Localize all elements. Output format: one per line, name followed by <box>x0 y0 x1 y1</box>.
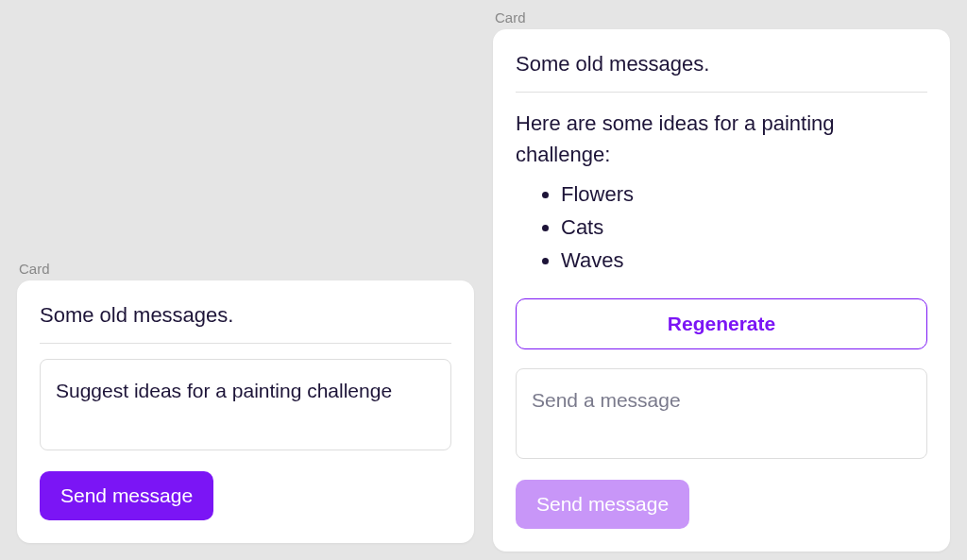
send-message-button-left[interactable]: Send message <box>40 471 213 520</box>
message-input-right[interactable] <box>516 368 927 459</box>
card-wrapper-left: Card Some old messages. Send message <box>17 261 474 543</box>
list-item: Cats <box>561 211 927 244</box>
list-item: Flowers <box>561 178 927 211</box>
card-wrapper-right: Card Some old messages. Here are some id… <box>493 9 950 552</box>
message-input-left[interactable] <box>40 359 451 450</box>
old-messages-text-right: Some old messages. <box>516 52 927 76</box>
divider-left <box>40 343 451 344</box>
divider-right <box>516 92 927 93</box>
send-message-button-right[interactable]: Send message <box>516 480 689 529</box>
card-label-left: Card <box>17 261 474 277</box>
old-messages-text-left: Some old messages. <box>40 303 451 328</box>
response-intro: Here are some ideas for a painting chall… <box>516 108 927 170</box>
response-list: Flowers Cats Waves <box>516 178 927 278</box>
card-left: Some old messages. Send message <box>17 280 474 543</box>
card-label-right: Card <box>493 9 950 25</box>
card-right: Some old messages. Here are some ideas f… <box>493 29 950 552</box>
list-item: Waves <box>561 244 927 277</box>
regenerate-button[interactable]: Regenerate <box>516 298 927 349</box>
